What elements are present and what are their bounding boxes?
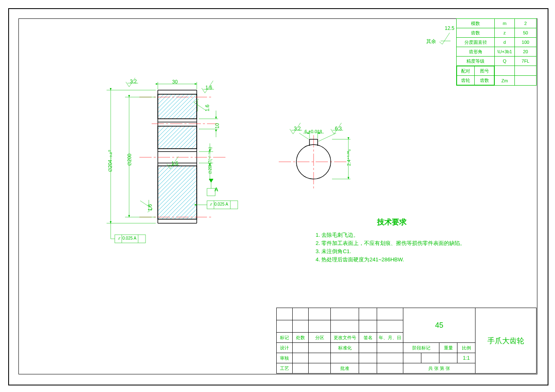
- tech-item-4: 4. 热处理后齿面硬度为241~286HBW.: [316, 256, 404, 263]
- sf-key-r-val: 6.3: [335, 126, 342, 131]
- table-row: 精度等级Q7FL: [457, 57, 537, 66]
- dim-width: 30: [172, 79, 177, 85]
- sf-tl-val: 3.2: [130, 79, 137, 84]
- svg-rect-0: [158, 94, 197, 119]
- gdnt-bottom-text: ⫽ 0.025 A: [117, 236, 136, 240]
- part-name-cell: 手爪大齿轮: [475, 308, 537, 374]
- sf-key-l-val: 3.2: [294, 126, 301, 131]
- dim-bore: ∅20H7(⁺⁰·⁰²¹₀): [208, 147, 212, 174]
- sf-bl-val: 1.6: [147, 204, 153, 211]
- dim-dia-outer: ∅204₋₀.₂⁰: [107, 150, 113, 172]
- table-row: 模数m2: [457, 19, 537, 28]
- tech-item-3: 3. 未注倒角C1.: [316, 248, 351, 255]
- tech-req-title: 技术要求: [377, 217, 407, 227]
- end-view: [279, 123, 369, 193]
- svg-rect-4: [158, 166, 197, 219]
- dim-key-width: 6 ±0.018: [305, 129, 322, 134]
- table-row: 齿数z50: [457, 28, 537, 38]
- gdnt-right-text: ⫽ 0.025 A: [209, 202, 228, 206]
- table-row: 齿形角\U+3b120: [457, 47, 537, 57]
- sf-tr-val: 1.6: [205, 85, 212, 91]
- datum-a: [207, 179, 215, 196]
- material-cell: 45: [403, 308, 475, 343]
- drawing-sheet: 模数m2 齿数z50 分度圆直径d100 齿形角\U+3b120 精度等级Q7F…: [0, 0, 555, 392]
- svg-line-56: [299, 133, 309, 139]
- sf-inner-val: 1.6: [171, 161, 178, 166]
- table-row: 配对图号齿轮齿数: [457, 66, 537, 76]
- tech-item-1: 1. 去除毛刺飞边。: [316, 231, 359, 239]
- table-row: 分度圆直径d100: [457, 38, 537, 47]
- dim-step: 10: [214, 123, 220, 129]
- general-surface-label: 其余: [426, 31, 458, 45]
- dim-dia-pitch: ∅200: [127, 154, 132, 166]
- dim-key-depth: 2.4⁺⁰·⁰⁸₀: [346, 150, 352, 166]
- tech-item-2: 2. 零件加工表面上，不应有划痕、擦伤等损伤零件表面的缺陷。: [316, 240, 465, 247]
- svg-rect-36: [207, 188, 215, 196]
- datum-label: A: [214, 186, 218, 193]
- general-surface-value: 12.5: [445, 25, 454, 31]
- gear-param-table: 模数m2 齿数z50 分度圆直径d100 齿形角\U+3b120 精度等级Q7F…: [456, 18, 537, 86]
- sf-side-val: 1.6: [205, 104, 210, 111]
- svg-rect-2: [158, 126, 197, 149]
- title-block: 45 手爪大齿轮 标记 处数 分区 更改文件号 签名 年、月、日 设计 标准化 …: [276, 308, 537, 374]
- svg-line-57: [318, 133, 336, 141]
